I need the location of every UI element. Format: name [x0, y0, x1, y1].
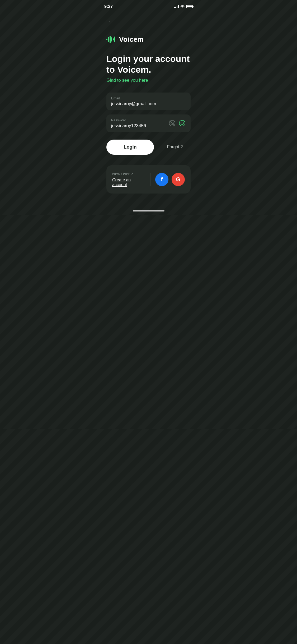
- logo: Voicem: [106, 35, 191, 44]
- email-field[interactable]: Email jessicaroy@gmail.com: [106, 93, 191, 110]
- eye-icons: [166, 119, 186, 127]
- svg-rect-3: [111, 37, 112, 42]
- svg-rect-4: [113, 38, 114, 40]
- svg-point-9: [179, 120, 185, 126]
- status-icons: [174, 5, 193, 8]
- email-label: Email: [111, 96, 186, 100]
- facebook-button[interactable]: f: [155, 173, 168, 186]
- bottom-card: New User ? Create an account f G: [106, 165, 191, 194]
- password-field[interactable]: Password jessicaroy123456: [106, 114, 191, 132]
- eye-visible-icon[interactable]: [178, 119, 186, 127]
- wifi-icon: [180, 5, 185, 8]
- battery-icon: [186, 5, 193, 8]
- svg-rect-0: [106, 39, 107, 40]
- password-value: jessicaroy123456: [111, 123, 166, 128]
- svg-rect-2: [110, 36, 111, 43]
- password-label: Password: [111, 118, 166, 122]
- forgot-link[interactable]: Forgot ?: [159, 145, 191, 149]
- svg-point-10: [181, 122, 183, 125]
- google-button[interactable]: G: [172, 173, 185, 186]
- sub-heading: Glad to see you here: [106, 78, 191, 83]
- svg-rect-1: [108, 37, 109, 42]
- back-button[interactable]: ←: [106, 17, 116, 26]
- main-heading: Login your account to Voicem.: [106, 53, 191, 75]
- action-row: Login Forgot ?: [106, 140, 191, 155]
- signal-icon: [174, 5, 179, 8]
- eye-hidden-icon[interactable]: [168, 119, 176, 127]
- email-value: jessicaroy@gmail.com: [111, 101, 186, 107]
- back-arrow-icon: ←: [108, 18, 114, 25]
- status-time: 9:27: [104, 4, 113, 9]
- status-bar: 9:27: [99, 0, 198, 12]
- main-content: ← Voicem Login your account to Voicem. G…: [99, 12, 198, 155]
- svg-line-8: [170, 121, 175, 126]
- home-indicator: [133, 210, 164, 211]
- logo-icon: [106, 35, 116, 44]
- login-button[interactable]: Login: [106, 140, 154, 155]
- social-icons: f G: [155, 173, 185, 186]
- form-section: Email jessicaroy@gmail.com Password jess…: [106, 93, 191, 132]
- new-user-text: New User ?: [112, 172, 145, 176]
- bottom-left: New User ? Create an account: [112, 172, 145, 187]
- heading-section: Login your account to Voicem. Glad to se…: [106, 53, 191, 83]
- create-account-link[interactable]: Create an account: [112, 178, 145, 187]
- svg-rect-5: [114, 36, 115, 42]
- divider: [150, 173, 150, 186]
- logo-text: Voicem: [119, 35, 144, 44]
